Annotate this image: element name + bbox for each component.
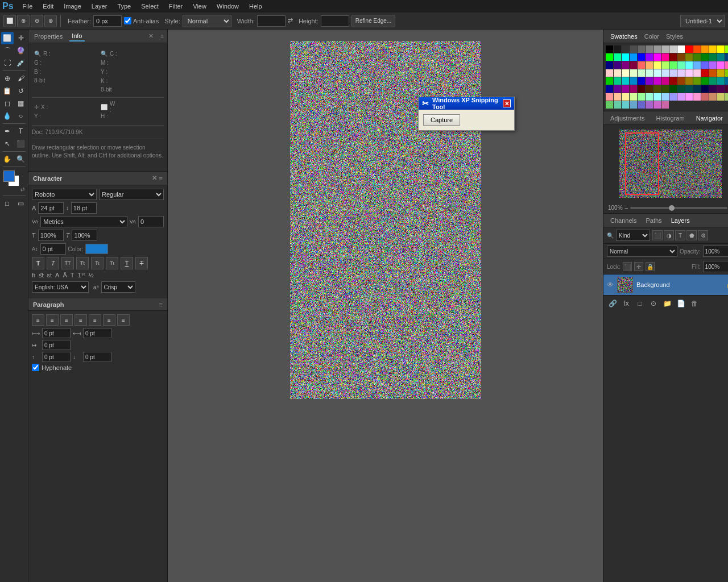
- swatch-cell[interactable]: [622, 61, 629, 69]
- swatch-cell[interactable]: [638, 61, 645, 69]
- swatch-cell[interactable]: [614, 85, 621, 93]
- swatch-cell[interactable]: [685, 93, 693, 101]
- justify-right-btn[interactable]: ≡: [103, 314, 115, 326]
- swatch-cell[interactable]: [717, 61, 725, 69]
- swatch-cell[interactable]: [630, 53, 637, 61]
- swatch-cell[interactable]: [622, 45, 629, 53]
- justify-all-btn[interactable]: ≡: [117, 314, 130, 326]
- color-tab[interactable]: Color: [641, 32, 663, 41]
- intersect-selection-btn[interactable]: ⊗: [44, 15, 57, 27]
- small-caps-btn[interactable]: Tt: [76, 257, 89, 269]
- type-tool[interactable]: T: [15, 125, 27, 138]
- hscale-input[interactable]: [38, 230, 64, 241]
- swatch-cell[interactable]: [677, 61, 685, 69]
- swatch-cell[interactable]: [606, 53, 613, 61]
- swatches-tab[interactable]: Swatches: [607, 32, 641, 41]
- swatch-cell[interactable]: [709, 61, 717, 69]
- text-color-swatch[interactable]: [85, 244, 108, 254]
- ligature-fi[interactable]: fi: [32, 272, 35, 279]
- swatch-cell[interactable]: [638, 45, 645, 53]
- swatch-cell[interactable]: [693, 93, 701, 101]
- menu-select[interactable]: Select: [136, 2, 163, 11]
- type-filter-icon[interactable]: T: [675, 230, 685, 240]
- zoom-out-btn[interactable]: –: [625, 205, 628, 211]
- swatch-cell[interactable]: [630, 77, 637, 85]
- pen-tool[interactable]: ✒: [1, 125, 14, 138]
- swatch-cell[interactable]: [661, 53, 669, 61]
- add-selection-btn[interactable]: ⊕: [17, 15, 30, 27]
- swatch-cell[interactable]: [709, 69, 717, 77]
- hyphenate-checkbox[interactable]: [32, 364, 39, 371]
- new-selection-btn[interactable]: ⬜: [3, 15, 16, 27]
- swatch-cell[interactable]: [606, 77, 613, 85]
- justify-center-btn[interactable]: ≡: [89, 314, 101, 326]
- histogram-tab[interactable]: Histogram: [653, 114, 688, 123]
- swatch-cell[interactable]: [630, 85, 637, 93]
- swatch-cell[interactable]: [606, 85, 613, 93]
- path-select-tool[interactable]: ↖: [1, 138, 14, 150]
- swatch-cell[interactable]: [709, 93, 717, 101]
- fraction[interactable]: T: [71, 272, 75, 279]
- swatch-cell[interactable]: [701, 45, 709, 53]
- style-select[interactable]: Normal Fixed Ratio Fixed Size: [183, 15, 231, 27]
- swatch-cell[interactable]: [661, 69, 669, 77]
- menu-image[interactable]: Image: [59, 2, 86, 11]
- swatch-cell[interactable]: [646, 101, 653, 109]
- menu-window[interactable]: Window: [212, 2, 243, 11]
- swatch-cell[interactable]: [693, 53, 701, 61]
- swatch-cell[interactable]: [638, 77, 645, 85]
- swatch-cell[interactable]: [725, 45, 728, 53]
- swatch-cell[interactable]: [701, 61, 709, 69]
- shape-tool[interactable]: ⬛: [15, 138, 27, 150]
- refine-edge-btn[interactable]: Refine Edge...: [351, 15, 395, 27]
- swatch-cell[interactable]: [709, 53, 717, 61]
- swatch-cell[interactable]: [709, 77, 717, 85]
- menu-help[interactable]: Help: [245, 2, 267, 11]
- swatch-cell[interactable]: [630, 93, 637, 101]
- menu-layer[interactable]: Layer: [87, 2, 112, 11]
- lock-pixels-btn[interactable]: ⬛: [623, 262, 632, 271]
- swatch-cell[interactable]: [646, 77, 653, 85]
- swatch-cell[interactable]: [717, 93, 725, 101]
- swatch-cell[interactable]: [653, 93, 661, 101]
- quick-select-tool[interactable]: 🔮: [15, 44, 27, 57]
- swatch-cell[interactable]: [653, 69, 661, 77]
- swatch-cell[interactable]: [677, 77, 685, 85]
- swatch-cell[interactable]: [630, 101, 637, 109]
- vscale-input[interactable]: [72, 230, 97, 241]
- swatch-cell[interactable]: [725, 85, 728, 93]
- panel-close-btn[interactable]: ✕: [148, 32, 154, 40]
- clone-tool[interactable]: 📋: [1, 85, 14, 97]
- swatch-cell[interactable]: [622, 93, 629, 101]
- swatch-cell[interactable]: [677, 45, 685, 53]
- swatch-cell[interactable]: [638, 101, 645, 109]
- swatch-cell[interactable]: [725, 77, 728, 85]
- kern-input[interactable]: [138, 216, 164, 227]
- swatch-cell[interactable]: [701, 85, 709, 93]
- swatch-cell[interactable]: [717, 53, 725, 61]
- swatch-cell[interactable]: [685, 77, 693, 85]
- new-group-btn[interactable]: 📁: [661, 298, 673, 309]
- swatch-cell[interactable]: [701, 69, 709, 77]
- lasso-tool[interactable]: ⌒: [1, 44, 14, 57]
- space-before-input[interactable]: [42, 352, 71, 362]
- navigator-viewport-indicator[interactable]: [625, 132, 659, 195]
- swatch-cell[interactable]: [638, 93, 645, 101]
- swatch-cell[interactable]: [693, 61, 701, 69]
- bold-btn[interactable]: T: [32, 257, 44, 269]
- marquee-tool[interactable]: ⬜: [1, 32, 14, 44]
- swatch-cell[interactable]: [669, 93, 677, 101]
- swatch-cell[interactable]: [717, 45, 725, 53]
- baseline-input[interactable]: [40, 243, 66, 255]
- swatch-cell[interactable]: [661, 77, 669, 85]
- swatch-cell[interactable]: [630, 61, 637, 69]
- swatch-cell[interactable]: [653, 61, 661, 69]
- swatch-cell[interactable]: [677, 85, 685, 93]
- gradient-tool[interactable]: ▦: [15, 97, 27, 110]
- new-adjustment-btn[interactable]: ⊙: [648, 298, 659, 309]
- swatch-cell[interactable]: [622, 69, 629, 77]
- swatch-cell[interactable]: [669, 61, 677, 69]
- ordinal-a[interactable]: A: [55, 272, 59, 279]
- swatch-cell[interactable]: [717, 77, 725, 85]
- dodge-tool[interactable]: ○: [15, 110, 27, 122]
